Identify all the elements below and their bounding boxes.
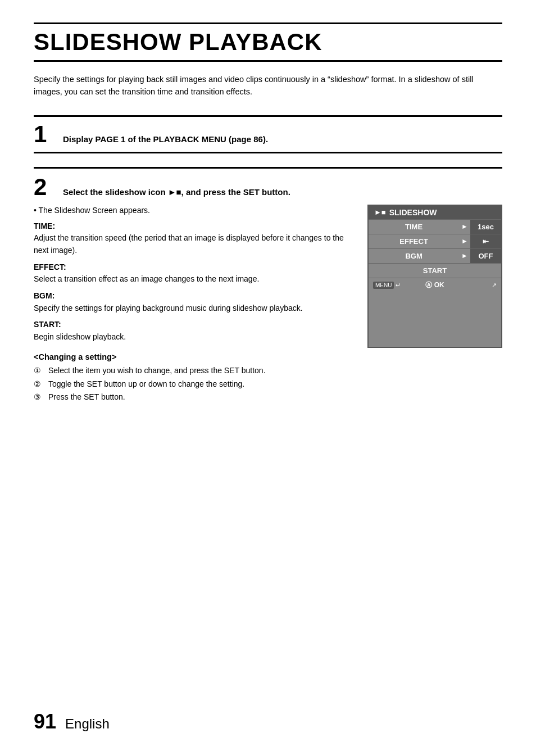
start-desc: Begin slideshow playback. — [34, 332, 126, 341]
list-text-3: Press the SET button. — [48, 391, 125, 404]
list-item-2: ② Toggle the SET button up or down to ch… — [34, 378, 502, 391]
corner-icon: ↗ — [492, 282, 497, 288]
list-text-2: Toggle the SET button up or down to chan… — [48, 378, 244, 391]
changing-title: <Changing a setting> — [34, 352, 502, 361]
time-section: TIME: Adjust the transition speed (the p… — [34, 220, 351, 257]
camera-footer-left: MENU ↵ — [373, 282, 414, 289]
camera-row-bgm: BGM ► OFF — [369, 248, 501, 263]
camera-start-label: START — [423, 266, 447, 275]
camera-footer-right: ↗ — [456, 282, 497, 289]
time-label: TIME: — [34, 221, 55, 230]
step-1-text: Display PAGE 1 of the PLAYBACK MENU (pag… — [63, 134, 268, 144]
step-2-container: 2 Select the slideshow icon ►■, and pres… — [34, 167, 502, 404]
camera-bgm-arrow: ► — [459, 249, 470, 262]
effect-desc: Select a transition effect as an image c… — [34, 274, 259, 283]
start-section: START: Begin slideshow playback. — [34, 319, 351, 343]
page-number: 91 — [34, 710, 56, 734]
camera-effect-arrow: ► — [459, 234, 470, 248]
bgm-desc: Specify the settings for playing backgro… — [34, 304, 303, 313]
camera-effect-value: ⇤ — [470, 234, 501, 248]
step-1-number: 1 — [34, 123, 54, 146]
camera-start-row: START — [369, 263, 501, 278]
camera-time-arrow: ► — [459, 220, 470, 233]
set-ok-icon: Ⓐ — [425, 281, 432, 289]
step-2-header: 2 Select the slideshow icon ►■, and pres… — [34, 175, 502, 199]
page-title: SLIDESHOW PLAYBACK — [34, 22, 502, 62]
camera-bgm-label: BGM — [369, 249, 459, 263]
list-num-2: ② — [34, 378, 44, 391]
bgm-section: BGM: Specify the settings for playing ba… — [34, 290, 351, 314]
effect-section: EFFECT: Select a transition effect as an… — [34, 261, 351, 286]
camera-effect-label: EFFECT — [369, 234, 459, 248]
step-2-header-text: Select the slideshow icon ►■, and press … — [63, 187, 290, 197]
page-container: SLIDESHOW PLAYBACK Specify the settings … — [34, 22, 502, 404]
intro-text: Specify the settings for playing back st… — [34, 73, 502, 98]
camera-footer-center: Ⓐ OK — [414, 280, 455, 290]
bullet-text: • The Slideshow Screen appears. — [34, 206, 150, 215]
camera-title-bar: ►■ SLIDESHOW — [369, 206, 501, 219]
time-desc: Adjust the transition speed (the period … — [34, 233, 344, 255]
start-label: START: — [34, 320, 61, 329]
page-language: English — [65, 716, 110, 732]
camera-footer: MENU ↵ Ⓐ OK ↗ — [369, 278, 501, 292]
camera-time-label: TIME — [369, 220, 459, 234]
ok-label: OK — [434, 281, 444, 289]
step-2-left: • The Slideshow Screen appears. TIME: Ad… — [34, 205, 351, 348]
list-num-1: ① — [34, 365, 44, 377]
slideshow-icon: ►■ — [374, 208, 386, 216]
step-2-number: 2 — [34, 175, 54, 199]
camera-row-time: TIME ► 1sec — [369, 219, 501, 234]
camera-time-value: 1sec — [470, 220, 501, 234]
changing-list: ① Select the item you wish to change, an… — [34, 365, 502, 404]
menu-icon-box: MENU — [373, 282, 394, 289]
changing-section: <Changing a setting> ① Select the item y… — [34, 352, 502, 404]
camera-title: SLIDESHOW — [389, 208, 437, 217]
list-num-3: ③ — [34, 391, 44, 404]
effect-label: EFFECT: — [34, 262, 66, 271]
bullet-point: • The Slideshow Screen appears. — [34, 205, 351, 217]
bgm-label: BGM: — [34, 291, 54, 300]
page-footer: 91 English — [34, 710, 110, 734]
list-item-3: ③ Press the SET button. — [34, 391, 502, 404]
list-text-1: Select the item you wish to change, and … — [48, 365, 266, 377]
camera-screen: ►■ SLIDESHOW TIME ► 1sec EFFECT ► ⇤ BGM — [367, 205, 502, 348]
list-item-1: ① Select the item you wish to change, an… — [34, 365, 502, 377]
camera-bgm-value: OFF — [470, 249, 501, 263]
step-1: 1 Display PAGE 1 of the PLAYBACK MENU (p… — [34, 115, 502, 153]
camera-row-effect: EFFECT ► ⇤ — [369, 234, 501, 248]
menu-icon-symbol: ↵ — [396, 282, 401, 289]
step-2-content: • The Slideshow Screen appears. TIME: Ad… — [34, 205, 502, 348]
